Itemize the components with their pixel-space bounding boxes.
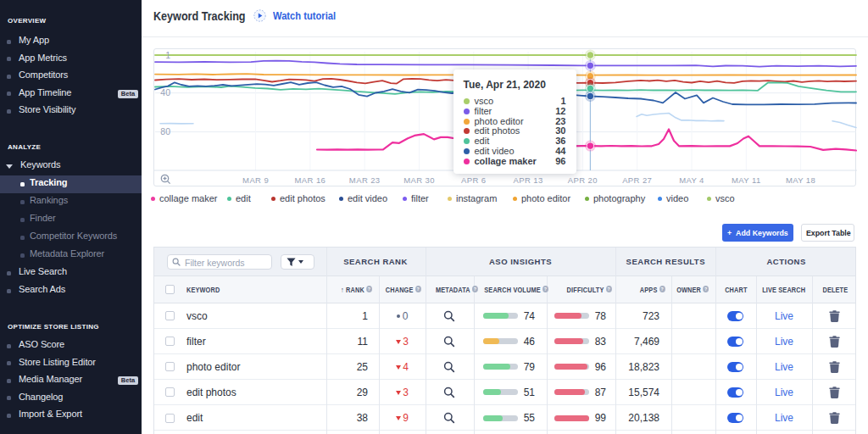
svg-text:1: 1 [165, 50, 170, 60]
svg-text:40: 40 [160, 87, 170, 97]
svg-text:MAR 23: MAR 23 [349, 175, 381, 185]
svg-text:APR 6: APR 6 [461, 175, 486, 185]
svg-text:MAR 9: MAR 9 [242, 175, 269, 185]
svg-text:APR 20: APR 20 [568, 175, 598, 185]
svg-text:MAY 4: MAY 4 [679, 175, 704, 185]
svg-text:MAY 18: MAY 18 [786, 175, 815, 185]
svg-text:APR 13: APR 13 [514, 175, 543, 185]
svg-text:MAY 11: MAY 11 [732, 175, 761, 185]
svg-text:APR 27: APR 27 [622, 175, 652, 185]
svg-text:MAR 16: MAR 16 [295, 175, 326, 185]
svg-text:80: 80 [160, 126, 170, 136]
svg-text:MAR 30: MAR 30 [403, 175, 435, 185]
